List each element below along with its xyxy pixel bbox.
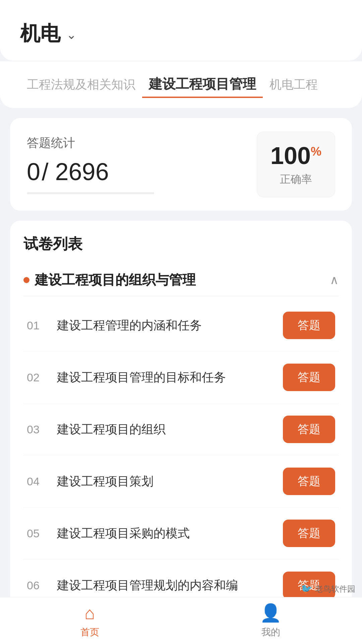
- lesson-number: 02: [27, 371, 47, 384]
- answer-button[interactable]: 答题: [283, 364, 335, 391]
- lesson-row: 05 建设工程项目采购的模式 答题: [23, 507, 339, 559]
- lesson-left: 05 建设工程项目采购的模式: [27, 525, 283, 542]
- answer-button[interactable]: 答题: [283, 468, 335, 495]
- category-dot: [23, 277, 29, 283]
- watermark: 🐦 老鸟软件园: [301, 583, 355, 594]
- stats-left: 答题统计 0 / 2696: [27, 135, 154, 194]
- lesson-number: 05: [27, 527, 47, 540]
- lesson-row: 02 建设工程项目管理的目标和任务 答题: [23, 352, 339, 404]
- exam-list-section: 试卷列表 建设工程项目的组织与管理 ∧ 01 建设工程管理的内涵和任务 答题 0…: [10, 221, 352, 644]
- lesson-row: 03 建设工程项目的组织 答题: [23, 404, 339, 455]
- tab-engineering-law[interactable]: 工程法规及相关知识: [20, 73, 142, 96]
- lesson-number: 04: [27, 475, 47, 488]
- answer-button[interactable]: 答题: [283, 312, 335, 339]
- tab-mep-engineering[interactable]: 机电工程: [263, 73, 324, 96]
- lesson-left: 01 建设工程管理的内涵和任务: [27, 317, 283, 334]
- lesson-list: 01 建设工程管理的内涵和任务 答题 02 建设工程项目管理的目标和任务 答题 …: [23, 300, 339, 644]
- header-title: 机电: [20, 20, 60, 47]
- bottom-nav: ⌂ 首页 👤 我的: [0, 597, 362, 644]
- nav-home-label: 首页: [80, 626, 99, 639]
- stats-total: / 2696: [42, 158, 109, 185]
- watermark-text: 老鸟软件园: [315, 584, 355, 594]
- lesson-number: 03: [27, 423, 47, 436]
- stats-rate-label: 正确率: [270, 172, 321, 187]
- stats-accuracy-card: 100% 正确率: [257, 131, 335, 197]
- section-title: 试卷列表: [23, 234, 339, 254]
- lesson-row: 01 建设工程管理的内涵和任务 答题: [23, 300, 339, 352]
- percent-sign: %: [311, 145, 321, 158]
- category-name: 建设工程项目的组织与管理: [35, 271, 196, 289]
- lesson-row: 04 建设工程项目策划 答题: [23, 455, 339, 507]
- home-icon: ⌂: [84, 603, 95, 623]
- bird-icon: 🐦: [301, 583, 312, 594]
- nav-mine-label: 我的: [261, 626, 280, 639]
- answer-button[interactable]: 答题: [283, 416, 335, 443]
- person-icon: 👤: [260, 603, 282, 623]
- lesson-name: 建设工程项目管理规划的内容和编: [57, 577, 283, 594]
- tab-bar: 工程法规及相关知识 建设工程项目管理 机电工程: [0, 61, 362, 108]
- lesson-name: 建设工程项目策划: [57, 473, 283, 490]
- answer-button[interactable]: 答题: [283, 520, 335, 547]
- lesson-name: 建设工程项目管理的目标和任务: [57, 369, 283, 386]
- category-header[interactable]: 建设工程项目的组织与管理 ∧: [23, 264, 339, 296]
- lesson-left: 03 建设工程项目的组织: [27, 421, 283, 438]
- stats-label: 答题统计: [27, 135, 154, 151]
- lesson-name: 建设工程项目采购的模式: [57, 525, 283, 542]
- lesson-number: 06: [27, 579, 47, 592]
- lesson-number: 01: [27, 319, 47, 332]
- nav-mine[interactable]: 👤 我的: [260, 603, 282, 639]
- tab-project-management[interactable]: 建设工程项目管理: [142, 71, 263, 98]
- lesson-left: 02 建设工程项目管理的目标和任务: [27, 369, 283, 386]
- nav-home[interactable]: ⌂ 首页: [80, 603, 99, 639]
- lesson-left: 04 建设工程项目策划: [27, 473, 283, 490]
- stats-card: 答题统计 0 / 2696 100% 正确率: [10, 118, 352, 211]
- header: 机电 ⌄: [0, 0, 362, 61]
- stats-progress-bar: [27, 192, 154, 194]
- lesson-name: 建设工程管理的内涵和任务: [57, 317, 283, 334]
- stats-percent: 100%: [270, 142, 321, 169]
- chevron-down-icon[interactable]: ⌄: [66, 28, 76, 42]
- stats-count: 0: [27, 158, 40, 185]
- chevron-up-icon[interactable]: ∧: [330, 273, 339, 287]
- lesson-name: 建设工程项目的组织: [57, 421, 283, 438]
- lesson-left: 06 建设工程项目管理规划的内容和编: [27, 577, 283, 594]
